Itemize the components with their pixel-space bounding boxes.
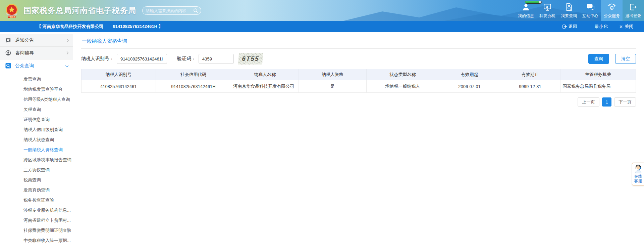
main-content: 一般纳税人资格查询 纳税人识别号： 验证码： 6T55 查询 清空 纳税人识别号…: [73, 32, 644, 251]
cell-status-type: 增值税一般纳税人: [366, 80, 439, 93]
loading-progress-bar: [525, 1, 542, 4]
site-title: 国家税务总局河南省电子税务局: [23, 5, 136, 16]
svg-text:中国税务: 中国税务: [8, 15, 15, 18]
sidebar-item-tax-service-agency[interactable]: 涉税专业服务机构信息...: [0, 205, 73, 215]
sidebar-item-tripartite-agreement[interactable]: 三方协议查询: [0, 165, 73, 175]
back-icon: [562, 24, 567, 29]
col-taxpayer-name: 纳税人名称: [231, 69, 299, 80]
announcement-icon: [5, 38, 11, 43]
cell-credit-code: 91410825763142461H: [156, 80, 231, 93]
sidebar-item-central-nontax[interactable]: 中央非税收入统一票据...: [0, 236, 73, 246]
consult-icon: [5, 50, 11, 56]
col-taxpayer-id: 纳税人识别号: [82, 69, 156, 80]
chat-icon: [586, 3, 595, 11]
logout-icon: [629, 3, 638, 11]
taxpayer-credit-code: 91410825763142461H 】: [113, 24, 163, 30]
back-button[interactable]: 返回: [562, 24, 577, 30]
sidebar-item-invoice-query[interactable]: 发票查询: [0, 74, 73, 84]
query-button[interactable]: 查询: [588, 54, 609, 64]
company-name: 【 河南京华食品科技开发有限公司: [37, 24, 104, 30]
captcha-label: 验证码：: [177, 56, 196, 62]
taxpayer-id-label: 纳税人识别号：: [81, 56, 114, 62]
graduate-icon: [607, 3, 616, 11]
nav-public-service[interactable]: 公众服务: [601, 0, 623, 21]
header-search-box[interactable]: [142, 6, 201, 15]
public-query-submenu: 发票查询 增值税发票查验平台 信用等级A类纳税人查询 欠税查询 证明信息查询 纳…: [0, 72, 73, 246]
search-input[interactable]: [146, 8, 193, 13]
captcha-input[interactable]: [199, 54, 234, 64]
page-title: 一般纳税人资格查询: [81, 32, 636, 49]
sidebar-item-taxpayer-status[interactable]: 纳税人状态查询: [0, 135, 73, 145]
online-service-label: 在线: [634, 174, 643, 179]
sidebar-item-tax-ticket[interactable]: 税票查询: [0, 175, 73, 185]
sidebar-item-cert-info[interactable]: 证明信息查询: [0, 115, 73, 125]
captcha-image[interactable]: 6T55: [238, 53, 263, 65]
clear-button[interactable]: 清空: [615, 54, 636, 64]
monitor-icon: [543, 3, 552, 11]
app-header: 中国税务 国家税务总局河南省电子税务局 我的信息 我要办税: [0, 0, 644, 21]
cell-valid-to: 9999-12-31: [500, 80, 560, 93]
col-valid-to: 有效期止: [500, 69, 560, 80]
query-form: 纳税人识别号： 验证码： 6T55 查询 清空: [81, 53, 636, 64]
sidebar-item-credit-a-taxpayer[interactable]: 信用等级A类纳税人查询: [0, 94, 73, 104]
tax-bureau-logo: 中国税务: [4, 3, 19, 18]
cell-valid-from: 2006-07-01: [439, 80, 500, 93]
sidebar: 通知公告 咨询辅导 公众查询 发票查询 增值税发票查验平台 信用等级A类: [0, 32, 73, 251]
sidebar-section-consulting[interactable]: 咨询辅导: [0, 47, 73, 59]
online-service-widget[interactable]: 在线 客服: [632, 163, 644, 185]
col-status-type: 状态类型名称: [366, 69, 439, 80]
chevron-right-icon: [65, 51, 69, 55]
sidebar-item-poverty-village[interactable]: 河南省建档立卡贫困村...: [0, 215, 73, 225]
taxpayer-id-input[interactable]: [117, 54, 167, 64]
col-qualification: 纳税人资格: [299, 69, 366, 80]
nav-query[interactable]: 我要查询: [558, 0, 580, 21]
prev-page-button[interactable]: 上一页: [578, 97, 599, 107]
nav-interaction-center[interactable]: 互动中心: [580, 0, 601, 21]
nav-logout[interactable]: 退出登录: [623, 0, 644, 21]
sidebar-section-public-query[interactable]: 公众查询: [0, 59, 73, 72]
page-1-button[interactable]: 1: [602, 97, 611, 107]
sidebar-item-credit-level[interactable]: 纳税人信用级别查询: [0, 125, 73, 135]
close-button[interactable]: ✕ 关闭: [619, 24, 633, 30]
next-page-button[interactable]: 下一页: [614, 97, 636, 107]
sidebar-item-cross-region[interactable]: 跨区域涉税事项报告查询: [0, 155, 73, 165]
doc-search-icon: [565, 3, 573, 11]
pagination: 上一页 1 下一页: [81, 97, 636, 107]
cell-qualification: 是: [299, 80, 366, 93]
sidebar-item-general-taxpayer[interactable]: 一般纳税人资格查询: [0, 145, 73, 155]
close-icon: ✕: [619, 25, 623, 29]
chevron-down-icon: [65, 64, 69, 68]
sidebar-item-vat-invoice-check[interactable]: 增值税发票查验平台: [0, 84, 73, 94]
col-tax-authority: 主管税务机关: [560, 69, 636, 80]
minimize-icon: —: [589, 25, 593, 29]
col-valid-from: 有效期起: [439, 69, 500, 80]
customer-service-avatar: [634, 164, 643, 173]
table-row: 410825763142461 91410825763142461H 河南京华食…: [82, 80, 636, 93]
col-credit-code: 社会信用代码: [156, 69, 231, 80]
search-icon[interactable]: [193, 8, 198, 13]
cell-taxpayer-name: 河南京华食品科技开发有限公司: [231, 80, 299, 93]
table-header-row: 纳税人识别号 社会信用代码 纳税人名称 纳税人资格 状态类型名称 有效期起 有效…: [82, 69, 636, 80]
sidebar-section-notices[interactable]: 通知公告: [0, 34, 73, 47]
cell-taxpayer-id: 410825763142461: [82, 80, 156, 93]
user-icon: [522, 3, 530, 11]
chevron-right-icon: [65, 39, 69, 42]
sidebar-item-invoice-authenticity[interactable]: 发票真伪查询: [0, 185, 73, 195]
sidebar-item-tax-arrears[interactable]: 欠税查询: [0, 104, 73, 115]
cell-tax-authority: 国家税务总局温县税务局: [560, 80, 636, 93]
sidebar-item-inspection-cert[interactable]: 税务检查证查验: [0, 195, 73, 205]
result-table: 纳税人识别号 社会信用代码 纳税人名称 纳税人资格 状态类型名称 有效期起 有效…: [81, 69, 636, 93]
minimize-button[interactable]: — 最小化: [589, 24, 608, 30]
sidebar-item-social-insurance-cert[interactable]: 社保费缴费明细证明查验: [0, 225, 73, 236]
public-query-icon: [5, 63, 11, 69]
taxpayer-info-bar: 【 河南京华食品科技开发有限公司 91410825763142461H 】 返回…: [0, 21, 644, 32]
